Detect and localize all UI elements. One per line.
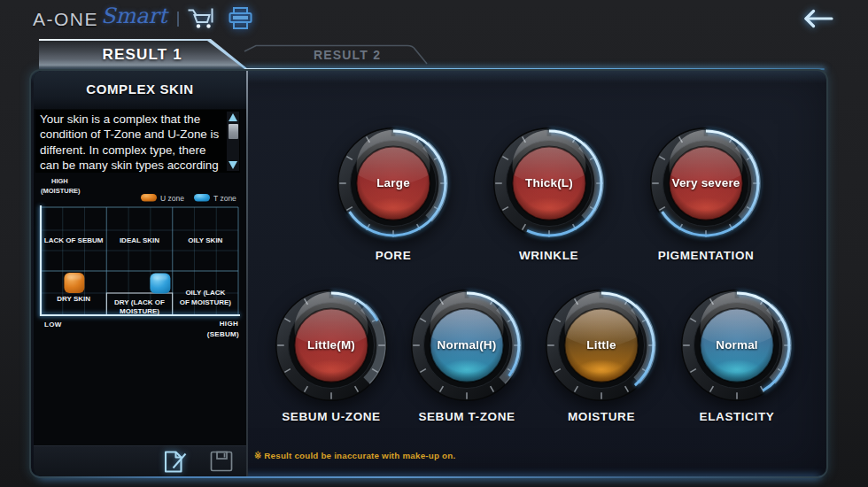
gauge-elasticity[interactable]: Normal <box>678 287 795 404</box>
gauge-pigmentation[interactable]: Very severe <box>647 125 764 242</box>
description-scrollbar[interactable] <box>227 112 239 171</box>
skin-analysis-screen: A-ONE Smart <box>0 0 868 487</box>
skin-zone-chart: HIGH (MOISTURE) U zone T zone LACK OF SE… <box>34 174 246 347</box>
zone-label: IDEAL SKIN <box>120 236 159 244</box>
gauge-category-label: PIGMENTATION <box>608 249 803 262</box>
chart-y-label-moisture: (MOISTURE) <box>41 187 81 195</box>
legend-u-zone-label: U zone <box>160 194 184 203</box>
tab-result-1-label: RESULT 1 <box>102 46 182 64</box>
t-zone-marker <box>150 274 170 294</box>
gauge-value: Very severe <box>672 176 740 189</box>
gauge-sebum-t-zone[interactable]: Normal(H) <box>408 287 525 404</box>
gauge-category-label: ELASTICITY <box>639 410 834 423</box>
gauge-value: Little <box>586 338 616 352</box>
print-button[interactable] <box>227 6 254 30</box>
tab-result-2[interactable]: RESULT 2 <box>250 48 445 62</box>
legend-t-zone-label: T zone <box>213 194 236 203</box>
brand-logo-a-one: A-ONE <box>33 9 98 30</box>
scroll-down-arrow-icon[interactable] <box>229 161 237 169</box>
skin-description-text: Your skin is a complex that the conditio… <box>40 112 219 173</box>
zone-label: OILY SKIN <box>188 236 222 244</box>
edit-note-button[interactable] <box>162 449 190 475</box>
chart-y-label-high: HIGH <box>51 177 68 185</box>
legend-t-zone-swatch <box>194 194 210 202</box>
legend-u-zone-swatch <box>141 194 157 202</box>
u-zone-marker <box>64 273 84 293</box>
brand-logo-smart: Smart <box>101 4 167 28</box>
zone-label: DRY (LACK OF <box>114 298 165 306</box>
shopping-cart-icon <box>187 7 216 29</box>
gauge-value: Large <box>376 176 410 189</box>
chart-x-label-high: HIGH <box>220 320 238 328</box>
edit-note-icon <box>162 449 190 475</box>
chart-x-label-low: LOW <box>44 321 62 329</box>
header-separator <box>177 12 179 27</box>
left-panel-title-strip: COMPLEX SKIN <box>34 71 246 109</box>
gauge-value: Thick(L) <box>525 176 573 189</box>
zone-label: OILY (LACK <box>185 289 225 297</box>
makeup-disclaimer: ※ Result could be inaccurate with make-u… <box>254 451 455 460</box>
zone-label: LACK OF SEBUM <box>44 236 104 244</box>
main-panel: COMPLEX SKIN Your skin is a complex that… <box>29 69 828 478</box>
back-button[interactable] <box>800 7 835 30</box>
scrollbar-thumb[interactable] <box>229 124 238 139</box>
gauge-wrinkle[interactable]: Thick(L) <box>491 125 608 242</box>
description-line: condition of T-Zone and U-Zone is <box>40 127 219 142</box>
gauge-pore[interactable]: Large <box>335 125 452 242</box>
gauge-sebum-u-zone[interactable]: Little(M) <box>273 287 390 404</box>
gauge-value: Normal <box>716 338 758 352</box>
zone-label: OF MOISTURE) <box>180 298 232 306</box>
left-panel: COMPLEX SKIN Your skin is a complex that… <box>34 71 246 476</box>
zone-label: DRY SKIN <box>57 295 90 303</box>
description-line: different. In complex type, there <box>40 143 219 158</box>
printer-icon <box>227 6 254 30</box>
description-line: can be many skin types according <box>40 158 219 173</box>
skin-type-title: COMPLEX SKIN <box>34 71 246 108</box>
gauge-value: Normal(H) <box>438 338 497 352</box>
chart-x-label-sebum: (SEBUM) <box>207 330 239 338</box>
cart-button[interactable] <box>187 7 216 29</box>
gauge-moisture[interactable]: Little <box>543 287 660 404</box>
back-arrow-icon <box>800 7 835 30</box>
tab-result-1[interactable]: RESULT 1 <box>39 39 248 69</box>
skin-description-box: Your skin is a complex that the conditio… <box>35 110 240 173</box>
save-button[interactable] <box>210 451 234 473</box>
save-icon <box>210 451 234 473</box>
gauge-value: Little(M) <box>307 338 355 352</box>
scroll-up-arrow-icon[interactable] <box>229 113 237 121</box>
description-line: Your skin is a complex that the <box>40 112 219 127</box>
left-panel-footer <box>34 445 246 476</box>
zone-label: MOISTURE) <box>120 307 159 315</box>
